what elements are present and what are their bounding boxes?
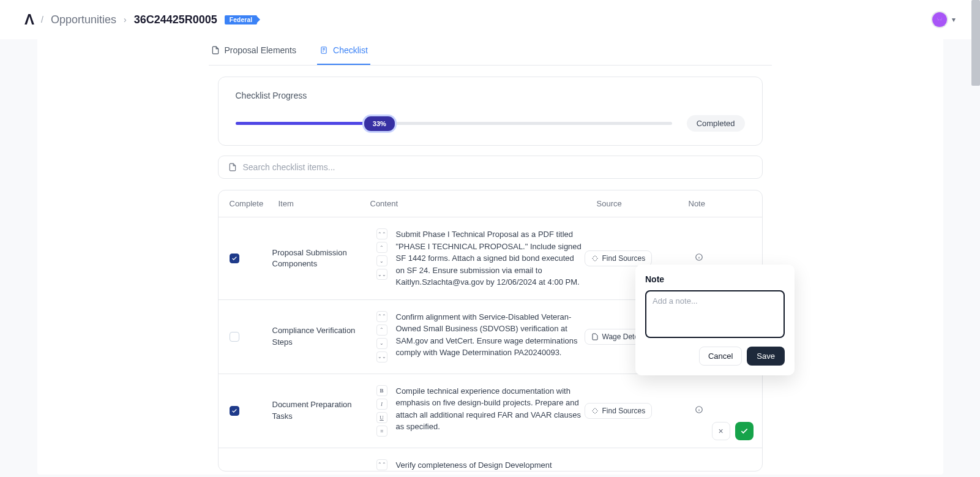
progress-track: 33%: [236, 122, 672, 125]
cell-complete: [230, 332, 272, 342]
search-input[interactable]: [243, 162, 752, 172]
row-actions: ×: [712, 422, 754, 440]
table-row: Document Preparation Tasks B I U ≡ Compi…: [219, 374, 762, 448]
move-bottom-button[interactable]: ⌄⌄: [376, 351, 387, 362]
breadcrumb-opportunities[interactable]: Opportunities: [51, 13, 116, 26]
col-content: Content: [370, 199, 597, 208]
reorder-controls: ⌃⌃ ⌃ ⌄ ⌄⌄: [376, 228, 387, 280]
breadcrumb-sep: ›: [124, 15, 127, 24]
breadcrumb: Λ / Opportunities › 36C24425R0005 Federa…: [24, 11, 257, 28]
tab-proposal-elements[interactable]: Proposal Elements: [209, 39, 299, 65]
search-box[interactable]: [218, 156, 763, 179]
move-top-button[interactable]: ⌃⌃: [376, 228, 387, 239]
user-menu[interactable]: ▾: [931, 11, 956, 28]
progress-row: 33% Completed: [236, 115, 745, 132]
popover-title: Note: [645, 274, 785, 284]
info-icon[interactable]: [695, 405, 703, 414]
cell-source: Find Sources: [585, 403, 695, 419]
find-sources-button[interactable]: Find Sources: [585, 250, 653, 266]
tab-label: Checklist: [333, 45, 368, 55]
table-header: Complete Item Content Source Note: [219, 190, 762, 217]
content-text: Submit Phase I Technical Proposal as a P…: [396, 228, 585, 288]
col-note: Note: [689, 199, 750, 208]
chevron-down-icon: ▾: [952, 15, 956, 24]
sparkle-icon: [591, 407, 599, 415]
cell-note: ×: [695, 405, 744, 416]
confirm-edit-button[interactable]: [735, 422, 754, 440]
move-up-button[interactable]: ⌃: [376, 325, 387, 336]
file-icon: [211, 46, 220, 54]
cell-content: B I U ≡ Compile technical experience doc…: [376, 385, 585, 437]
content-text: Compile technical experience documentati…: [396, 385, 585, 433]
list-button[interactable]: ≡: [376, 426, 387, 437]
col-source: Source: [597, 199, 689, 208]
scrollbar[interactable]: [971, 0, 980, 86]
progress-card: Checklist Progress 33% Completed: [218, 77, 763, 146]
reorder-controls: ⌃⌃ ⌃ ⌄ ⌄⌄: [376, 311, 387, 362]
item-name: Document Preparation Tasks: [272, 399, 376, 421]
checkbox[interactable]: [230, 254, 239, 263]
popover-actions: Cancel Save: [645, 347, 785, 366]
find-sources-label: Find Sources: [602, 254, 646, 263]
file-icon: [591, 333, 599, 340]
move-bottom-button[interactable]: ⌄⌄: [376, 269, 387, 280]
find-sources-label: Find Sources: [602, 407, 646, 415]
checkbox[interactable]: [230, 406, 239, 416]
move-down-button[interactable]: ⌄: [376, 338, 387, 349]
avatar: [931, 11, 948, 28]
cancel-edit-button[interactable]: ×: [712, 422, 730, 440]
sparkle-icon: [591, 255, 599, 262]
main-panel: Proposal Elements Checklist Checklist Pr…: [37, 39, 943, 475]
breadcrumb-sep: /: [41, 15, 43, 24]
tabs: Proposal Elements Checklist: [209, 39, 772, 66]
cell-content: ⌃⌃ Verify completeness of Design Develop…: [376, 459, 585, 471]
badge-federal: Federal: [225, 15, 258, 24]
cell-complete: [230, 254, 272, 263]
move-top-button[interactable]: ⌃⌃: [376, 311, 387, 322]
progress-knob: 33%: [362, 115, 397, 133]
reorder-controls: ⌃⌃: [376, 459, 387, 470]
checkbox[interactable]: [230, 332, 239, 342]
completed-pill: Completed: [687, 115, 745, 132]
file-search-icon: [228, 163, 237, 171]
app-logo[interactable]: Λ: [24, 11, 34, 28]
tab-checklist[interactable]: Checklist: [317, 39, 370, 65]
breadcrumb-id: 36C24425R0005: [134, 13, 217, 26]
cell-content: ⌃⌃ ⌃ ⌄ ⌄⌄ Submit Phase I Technical Propo…: [376, 228, 585, 288]
cell-source: Find Sources: [585, 250, 695, 266]
note-textarea[interactable]: [645, 290, 785, 338]
col-complete: Complete: [230, 199, 279, 208]
col-item: Item: [279, 199, 370, 208]
progress-title: Checklist Progress: [236, 91, 745, 100]
tab-label: Proposal Elements: [225, 45, 297, 55]
item-name: Proposal Submission Components: [272, 247, 376, 269]
table-row: ⌃⌃ Verify completeness of Design Develop…: [219, 448, 762, 471]
format-controls: B I U ≡: [376, 385, 387, 437]
italic-button[interactable]: I: [376, 399, 387, 410]
item-name: Compliance Verification Steps: [272, 325, 376, 347]
cell-complete: [230, 406, 272, 416]
cancel-button[interactable]: Cancel: [699, 347, 742, 366]
info-icon[interactable]: [695, 253, 703, 261]
cell-content: ⌃⌃ ⌃ ⌄ ⌄⌄ Confirm alignment with Service…: [376, 311, 585, 362]
move-top-button[interactable]: ⌃⌃: [376, 459, 387, 470]
move-up-button[interactable]: ⌃: [376, 242, 387, 253]
note-popover: Note Cancel Save: [635, 265, 795, 375]
underline-button[interactable]: U: [376, 412, 387, 423]
top-header: Λ / Opportunities › 36C24425R0005 Federa…: [0, 0, 980, 39]
progress-fill: [236, 122, 380, 125]
cell-note: [695, 253, 744, 263]
save-button[interactable]: Save: [747, 347, 785, 366]
bold-button[interactable]: B: [376, 385, 387, 396]
move-down-button[interactable]: ⌄: [376, 255, 387, 266]
content-text: Verify completeness of Design Developmen…: [396, 459, 585, 471]
clipboard-icon: [320, 46, 328, 54]
find-sources-button[interactable]: Find Sources: [585, 403, 653, 419]
content-text: Confirm alignment with Service-Disabled …: [396, 311, 585, 359]
